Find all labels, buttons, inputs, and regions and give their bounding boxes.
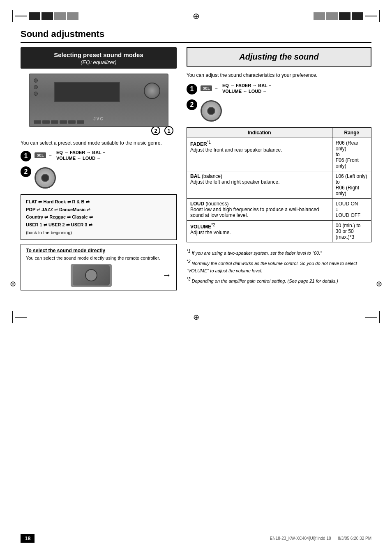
preset-box: Selecting preset sound modes (EQ: equali… <box>21 47 177 69</box>
right-step1-sel-row: SEL → EQ → FADER → BAL ⌐ <box>201 83 371 94</box>
eq-modes-text: FLAT ⇌ Hard Rock ⇌ R & B ⇌ POP ⇌ JAZZ ⇌ … <box>26 198 171 236</box>
step1-sel-row: SEL → EQ → FADER → BAL ⌐ <box>35 150 177 161</box>
stereo-body: JVC <box>30 74 168 126</box>
page-marks-top <box>0 0 392 25</box>
left-description: You can select a preset sound mode suita… <box>21 139 177 147</box>
fn3-text: Depending on the amplifier gain control … <box>192 279 339 283</box>
loud-label: LOUD <box>83 156 95 161</box>
right-arr1: → <box>230 83 235 88</box>
right-step-num-1: 1 <box>187 84 197 94</box>
bal-range: L06 (Left only)toR06 (Right only) <box>332 171 371 199</box>
volume-desc: Adjust the volume. <box>190 230 231 235</box>
bal-label: BAL <box>92 150 101 155</box>
stereo-btn-4 <box>60 120 67 124</box>
arr2: → <box>86 150 91 155</box>
tab3 <box>54 12 66 20</box>
file-name: EN18-23_KW-XC404[UI]f.indd 18 <box>270 536 331 541</box>
right-sel-container: SEL → <box>201 85 218 91</box>
tab6 <box>326 12 338 20</box>
right-volume-label: VOLUME <box>222 89 242 94</box>
volume-label: VOLUME <box>56 156 76 161</box>
stereo-btn-6 <box>77 120 84 124</box>
corner-h <box>15 16 27 16</box>
stereo-circle-2 <box>34 85 38 89</box>
tab2 <box>42 12 53 20</box>
arrow-diagram: EQ → FADER → BAL ⌐ VOLUME ← LOUD <box>56 150 105 161</box>
remote-image <box>71 264 112 287</box>
right-arr3: ⌐ <box>269 83 271 88</box>
bottom-right-mark <box>365 311 380 323</box>
bottom-left-mark <box>12 311 27 323</box>
volume-indication: VOLUME*2 Adjust the volume. <box>187 221 332 242</box>
corner-v-r <box>379 10 380 22</box>
right-arr2: → <box>252 83 257 88</box>
fn3-num: *3 <box>187 277 190 281</box>
stereo-buttons <box>34 120 84 124</box>
bl-corner-h <box>15 317 27 318</box>
eq-label: EQ <box>56 150 63 155</box>
right-step-1: 1 SEL → EQ → FADER → <box>187 83 371 94</box>
side-crosshair-left: ⊕ <box>10 279 16 288</box>
right-arr5: ← <box>263 89 267 94</box>
fader-range: R06 (Rear only)toF06 (Front only) <box>332 138 371 171</box>
step1-diagram: SEL → EQ → FADER → BAL ⌐ <box>35 150 177 161</box>
col-right: Adjusting the sound You can adjust the s… <box>187 47 371 290</box>
top-center-crosshair <box>191 11 201 21</box>
stereo-btn-1 <box>34 120 41 124</box>
corner-v <box>12 10 13 22</box>
footnote-3: *3 Depending on the amplifier gain contr… <box>187 276 371 285</box>
right-eq-label: EQ <box>222 83 229 88</box>
file-info: EN18-23_KW-XC404[UI]f.indd 18 8/3/05 6:2… <box>270 536 371 541</box>
badge-1: 1 <box>164 126 173 135</box>
left-step-1: 1 SEL → EQ → FADER → <box>21 150 177 161</box>
arrow-line-2: VOLUME ← LOUD ← <box>56 156 105 161</box>
side-crosshair-right: ⊕ <box>376 279 382 288</box>
bal-desc: Adjust the left and right speaker balanc… <box>190 179 279 185</box>
fn1-text: If you are using a two-speaker system, s… <box>192 251 322 256</box>
num-badges: 2 1 <box>21 126 173 135</box>
stereo-knob <box>144 83 160 99</box>
arr5: ← <box>97 156 101 161</box>
right-arrow-diagram: EQ → FADER → BAL ⌐ VOLUME ← LOUD <box>222 83 271 94</box>
page-bottom: 18 EN18-23_KW-XC404[UI]f.indd 18 8/3/05 … <box>0 534 392 543</box>
step2-diagram <box>35 166 177 190</box>
table-row: FADER*1 Adjust the front and rear speake… <box>187 138 371 171</box>
right-loud-label: LOUD <box>249 89 261 94</box>
tab1 <box>29 12 40 20</box>
remote-arrow: → <box>162 270 171 281</box>
right-step2-diagram <box>201 99 371 123</box>
fader-indication: FADER*1 Adjust the front and rear speake… <box>187 138 332 171</box>
right-description: You can adjust the sound characteristics… <box>187 71 371 79</box>
tab7 <box>339 12 350 20</box>
remote-knob <box>85 269 97 281</box>
crosshair-top <box>191 11 201 21</box>
remote-body <box>73 265 110 286</box>
table-row: LOUD (loudness) Boost low and high frequ… <box>187 199 371 221</box>
preset-box-subtitle: (EQ: equalizer) <box>27 59 170 65</box>
page-content: Sound adjustments Selecting preset sound… <box>0 25 392 307</box>
table-row: BAL (balance) Adjust the left and right … <box>187 171 371 199</box>
fader-sup: *1 <box>207 140 211 145</box>
arr1: → <box>64 150 69 155</box>
bal-paren: (balance) <box>202 173 222 179</box>
loud-desc: Boost low and high frequencies to produc… <box>190 207 319 218</box>
volume-bold: VOLUME <box>190 224 211 230</box>
tab8 <box>352 12 363 20</box>
tab5 <box>314 12 325 20</box>
arr3: ⌐ <box>103 150 105 155</box>
remote-row: → <box>26 264 171 287</box>
knob-circle <box>35 167 56 189</box>
bottom-center: ⊕ <box>193 313 199 322</box>
volume-range: 00 (min.) to30 or 50 (max.)*3 <box>332 221 371 242</box>
top-left-mark <box>12 10 78 22</box>
date-info: 8/3/05 6:20:32 PM <box>338 536 371 541</box>
arrow-right-from-sel: → <box>48 153 52 157</box>
right-arrow-line-1: EQ → FADER → BAL ⌐ <box>222 83 271 88</box>
br-corner-h <box>365 317 377 318</box>
fn2-num: *2 <box>187 259 190 264</box>
page-number: 18 <box>21 534 35 543</box>
loud-range: LOUD ON↕LOUD OFF <box>332 199 371 221</box>
stereo-circles <box>34 78 38 96</box>
stereo-btn-2 <box>42 120 50 124</box>
right-arr4: ← <box>243 89 247 94</box>
